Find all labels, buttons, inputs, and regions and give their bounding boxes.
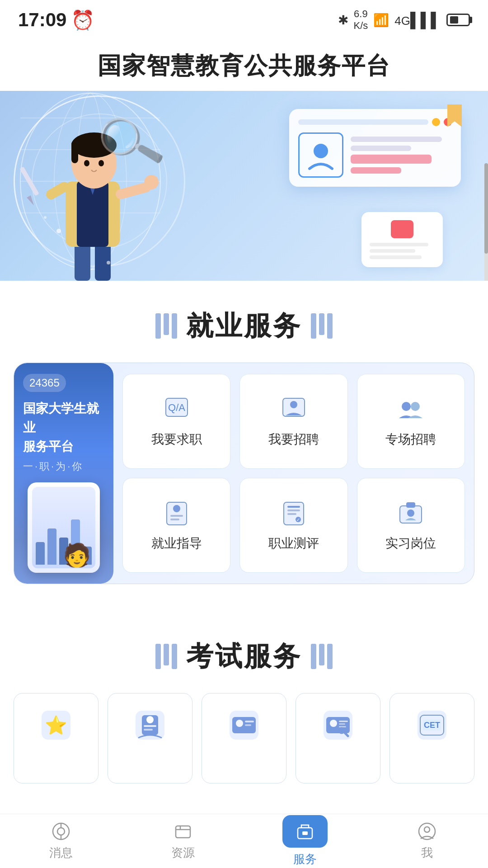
nav-item-message[interactable]: 消息 (0, 817, 122, 865)
scrollbar-thumb[interactable] (484, 163, 488, 254)
nav-active-bg (282, 815, 328, 848)
employment-services-grid: Q/A 我要求职 我要招聘 专场招聘 (113, 363, 474, 584)
service-item-guidance[interactable]: 就业指导 (122, 478, 230, 573)
service-label-4: 职业测评 (268, 535, 319, 552)
nav-item-service[interactable]: 服务 (244, 811, 366, 868)
service-item-recruit[interactable]: 我要招聘 (239, 374, 347, 469)
card-info-lines (351, 137, 452, 174)
bar5 (319, 313, 324, 335)
title-decorator-left (155, 313, 177, 339)
service-icon-active (295, 821, 315, 841)
doc-lines (370, 243, 435, 259)
svg-rect-35 (170, 519, 179, 520)
doc-folder-icon (391, 220, 413, 238)
exam-bar2 (164, 644, 169, 665)
status-bar: 17:09 ⏰ ✱ 6.9K/s 📶 4G▌▌▌ (0, 0, 488, 37)
svg-rect-14 (71, 141, 78, 163)
emp-subtitle: 一·职·为·你 (23, 460, 104, 473)
svg-rect-61 (339, 723, 345, 725)
employment-title-text: 就业服务 (186, 308, 302, 344)
nav-label-profile: 我 (421, 845, 433, 861)
svg-rect-53 (232, 717, 256, 733)
nav-item-resource[interactable]: 资源 (122, 817, 244, 865)
service-label-2: 专场招聘 (385, 431, 436, 448)
svg-point-31 (411, 402, 420, 411)
exam-bar6 (327, 644, 333, 669)
title-decorator-right (311, 313, 333, 339)
svg-point-21 (144, 175, 159, 189)
bluetooth-icon: ✱ (338, 13, 348, 28)
phone-screen: 🧑 (32, 487, 95, 568)
nav-label-resource: 资源 (171, 845, 195, 861)
svg-rect-37 (287, 506, 300, 508)
page-header: 国家智慧教育公共服务平台 (0, 37, 488, 91)
svg-rect-55 (245, 721, 254, 722)
signal-icon: 4G▌▌▌ (394, 12, 441, 28)
service-label-1: 我要招聘 (268, 431, 319, 448)
special-recruit-icon (396, 395, 425, 424)
emp-badge: 24365 (23, 374, 66, 392)
page-title: 国家智慧教育公共服务平台 (0, 50, 488, 82)
exam-icon-1 (132, 707, 168, 743)
time-display: 17:09 (18, 9, 66, 31)
svg-rect-43 (406, 502, 415, 508)
avatar-frame (298, 132, 343, 178)
exam-title-decorator-left (155, 644, 177, 669)
svg-point-78 (424, 827, 430, 832)
wifi-icon: 📶 (373, 13, 389, 28)
recruit-icon (279, 395, 308, 424)
card-window-controls (298, 118, 452, 126)
svg-rect-51 (144, 729, 153, 731)
exam-card-4[interactable]: CET (389, 693, 474, 783)
exam-card-0[interactable]: ⭐ (14, 693, 99, 783)
minimize-dot (432, 118, 440, 126)
exam-card-1[interactable] (108, 693, 192, 783)
exam-card-2[interactable] (202, 693, 286, 783)
svg-rect-58 (326, 717, 350, 733)
svg-point-49 (146, 716, 154, 723)
service-item-job-search[interactable]: Q/A 我要求职 (122, 374, 230, 469)
exam-bar5 (319, 644, 324, 665)
svg-point-59 (330, 720, 337, 727)
exam-cards-row: ⭐ (14, 693, 474, 783)
service-item-internship[interactable]: 实习岗位 (357, 478, 465, 573)
profile-icon (417, 821, 437, 841)
service-item-assessment[interactable]: ✓ 职业测评 (239, 478, 347, 573)
internship-icon (396, 499, 425, 528)
status-time: 17:09 ⏰ (18, 9, 94, 31)
emp-illustration: 🧑 (23, 482, 104, 573)
exam-section-title: 考试服务 (0, 611, 488, 693)
job-search-icon: Q/A (162, 395, 191, 424)
bar3 (172, 313, 177, 339)
service-label-5: 实习岗位 (385, 535, 436, 552)
employment-section: 24365 国家大学生就业 服务平台 一·职·为·你 (0, 363, 488, 611)
guidance-icon (162, 499, 191, 528)
nav-item-profile[interactable]: 我 (366, 817, 488, 865)
service-item-special-recruit[interactable]: 专场招聘 (357, 374, 465, 469)
emp-person-icon: 🧑 (63, 542, 91, 568)
card-content (298, 132, 452, 178)
exam-icon-0: ⭐ (38, 707, 74, 743)
svg-text:Q/A: Q/A (168, 402, 185, 413)
scrollbar[interactable] (484, 163, 488, 281)
svg-rect-56 (245, 724, 251, 726)
svg-point-30 (402, 402, 411, 411)
exam-card-3[interactable] (296, 693, 380, 783)
svg-rect-38 (287, 509, 300, 511)
svg-rect-76 (302, 831, 308, 835)
exam-title-text: 考试服务 (186, 638, 302, 675)
svg-rect-62 (339, 726, 346, 727)
cet-icon: CET (414, 707, 450, 743)
svg-point-44 (407, 509, 414, 517)
emp-platform-title: 国家大学生就业 服务平台 (23, 399, 104, 456)
svg-rect-50 (144, 725, 156, 727)
svg-rect-39 (287, 513, 296, 515)
svg-point-24 (107, 261, 110, 264)
bar6 (327, 313, 333, 339)
alarm-icon: ⏰ (71, 9, 94, 31)
svg-rect-34 (170, 515, 183, 517)
bar1 (155, 313, 161, 339)
exam-bar4 (311, 644, 316, 669)
svg-point-69 (57, 828, 65, 835)
status-icons: ✱ 6.9K/s 📶 4G▌▌▌ (338, 8, 470, 32)
